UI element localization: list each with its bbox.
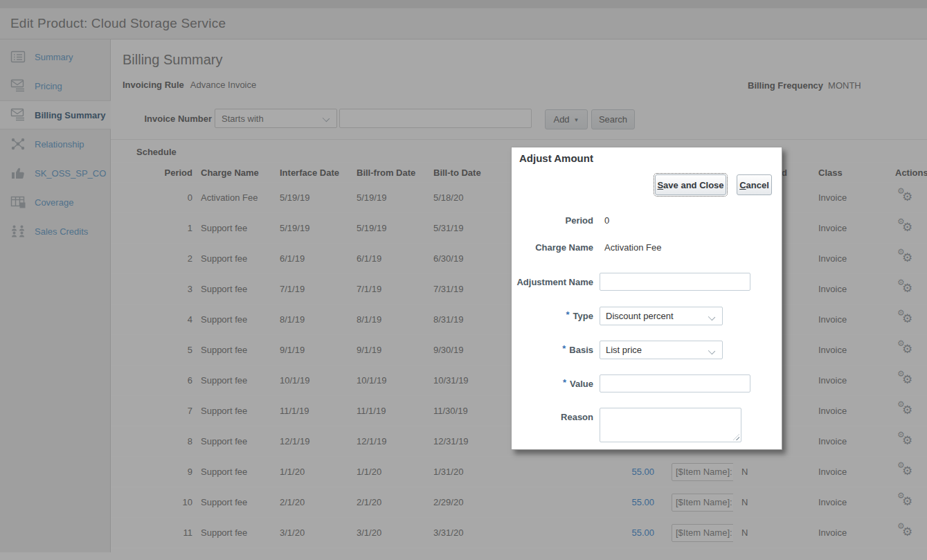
chevron-down-icon <box>708 314 715 320</box>
period-value: 0 <box>604 215 609 226</box>
dialog-title: Adjust Amount <box>519 152 593 164</box>
reason-field-wrap <box>600 408 741 442</box>
value-input[interactable] <box>600 374 750 392</box>
app-window: Edit Product: Cloud Storage Service Summ… <box>0 0 927 560</box>
cancel-button[interactable]: Cancel <box>737 174 772 195</box>
required-marker: * <box>566 309 570 320</box>
type-select[interactable]: Discount percent <box>600 307 723 325</box>
basis-select[interactable]: List price <box>600 341 723 359</box>
required-marker: * <box>563 377 566 388</box>
charge-name-value: Activation Fee <box>604 242 661 253</box>
adjustment-name-input[interactable] <box>600 273 750 291</box>
adjustment-name-label: Adjustment Name <box>516 277 593 287</box>
adjust-amount-dialog: Adjust Amount Save and Close Cancel Peri… <box>511 147 782 450</box>
basis-label: *Basis <box>562 345 593 355</box>
modal-dim-overlay <box>0 0 927 560</box>
charge-name-label: Charge Name <box>535 242 593 253</box>
reason-label: Reason <box>561 412 593 422</box>
save-and-close-button[interactable]: Save and Close <box>655 174 726 195</box>
required-marker: * <box>562 343 566 354</box>
basis-select-value: List price <box>606 345 642 355</box>
type-label: *Type <box>566 311 593 321</box>
chevron-down-icon <box>708 347 715 354</box>
value-label: *Value <box>563 379 593 389</box>
period-label: Period <box>566 215 593 226</box>
type-select-value: Discount percent <box>606 311 674 321</box>
reason-textarea[interactable] <box>600 408 741 442</box>
